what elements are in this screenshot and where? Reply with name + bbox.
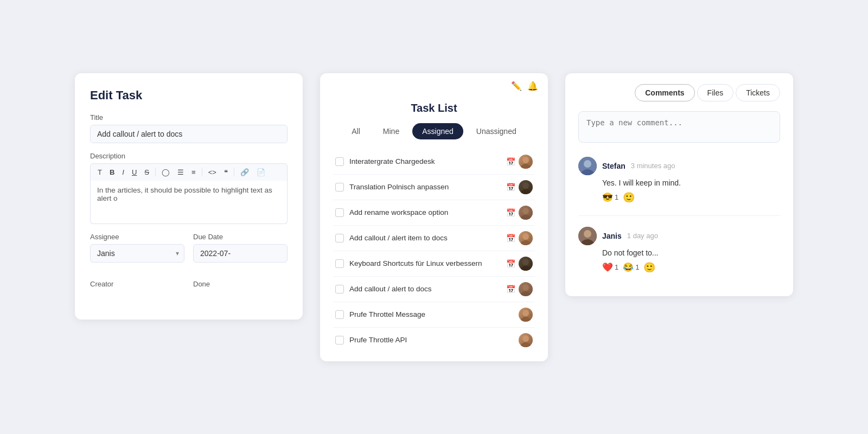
description-editor[interactable]: In the articles, it should be possible t… [90, 181, 288, 224]
task-meta [519, 333, 533, 347]
edit-icon[interactable]: ✏️ [511, 81, 522, 91]
task-checkbox[interactable] [335, 259, 344, 268]
task-name: Interatergrate Chargedesk [349, 157, 501, 165]
task-avatar [519, 282, 533, 296]
task-meta: 📅 [506, 155, 533, 169]
filter-tab-mine[interactable]: Mine [373, 123, 409, 139]
calendar-icon: 📅 [506, 157, 515, 166]
reaction-laugh[interactable]: 😂 1 [623, 262, 639, 272]
toolbar-italic[interactable]: I [119, 167, 127, 177]
reaction-heart[interactable]: ❤️ 1 [602, 262, 618, 272]
task-meta: 📅 [506, 231, 533, 245]
toolbar-divider-3 [234, 168, 234, 176]
svg-point-17 [584, 160, 591, 168]
laugh-count: 1 [635, 263, 639, 271]
svg-point-6 [522, 233, 529, 240]
tab-comments[interactable]: Comments [635, 84, 694, 101]
task-checkbox[interactable] [335, 310, 344, 319]
toolbar-quote[interactable]: ❝ [221, 167, 231, 177]
toolbar-divider-2 [202, 168, 202, 176]
task-checkbox[interactable] [335, 336, 344, 344]
comment-entry-stefan: Stefan 3 minutes ago Yes. I will keep in… [578, 157, 780, 203]
task-list-header-icons: ✏️ 🔔 [320, 73, 548, 91]
assignee-duedate-row: Assignee Janis Stefan ▾ Due Date [90, 233, 288, 271]
toolbar-circle[interactable]: ◯ [159, 167, 173, 177]
edit-task-title: Edit Task [90, 88, 288, 103]
svg-point-11 [521, 291, 531, 296]
svg-point-10 [522, 284, 529, 291]
description-label: Description [90, 152, 288, 160]
filter-tab-all[interactable]: All [342, 123, 370, 139]
task-item: Interatergrate Chargedesk 📅 [333, 149, 535, 175]
comment-author-row: Janis 1 day ago [578, 227, 780, 245]
stefan-name: Stefan [602, 162, 626, 170]
task-name: Add callout / alert item to docs [349, 234, 501, 242]
toolbar-text[interactable]: T [95, 167, 105, 177]
task-item: Prufe Throttle API [333, 328, 535, 353]
description-group: Description T B I U S ◯ ☰ ≡ <> ❝ 🔗 📄 In … [90, 152, 288, 224]
task-avatar [519, 257, 533, 271]
assignee-select[interactable]: Janis Stefan [90, 244, 184, 263]
toolbar-link[interactable]: 🔗 [238, 167, 252, 177]
svg-point-3 [521, 189, 531, 194]
task-item: Translation Polnisch anpassen 📅 [333, 175, 535, 200]
stefan-avatar [578, 157, 597, 175]
title-group: Title [90, 113, 288, 143]
janis-comment-text: Do not foget to... [602, 248, 780, 257]
due-date-input[interactable] [193, 244, 288, 263]
svg-point-7 [521, 240, 531, 245]
toolbar-bold[interactable]: B [107, 167, 117, 177]
toolbar-attachment[interactable]: 📄 [254, 167, 268, 177]
task-name: Add callout / alert to docs [349, 285, 501, 293]
svg-point-13 [521, 317, 531, 322]
stefan-time: 3 minutes ago [631, 162, 675, 170]
creator-done-row: Creator Done [90, 280, 288, 300]
comment-input[interactable] [578, 111, 780, 143]
tab-files[interactable]: Files [697, 84, 734, 101]
task-item: Add callout / alert to docs 📅 [333, 277, 535, 302]
task-checkbox[interactable] [335, 208, 344, 217]
reaction-add-janis[interactable]: 🙂 [643, 261, 655, 273]
calendar-icon: 📅 [506, 285, 515, 293]
task-checkbox[interactable] [335, 285, 344, 293]
comment-entry-janis: Janis 1 day ago Do not foget to... ❤️ 1 … [578, 227, 780, 273]
svg-point-1 [521, 164, 531, 169]
task-list-card: ✏️ 🔔 Task List All Mine Assigned Unassig… [320, 73, 548, 361]
toolbar-code[interactable]: <> [206, 167, 219, 177]
toolbar-divider-1 [155, 168, 156, 176]
creator-group: Creator [90, 280, 184, 291]
task-name: Translation Polnisch anpassen [349, 183, 501, 191]
janis-reactions: ❤️ 1 😂 1 🙂 [602, 261, 780, 273]
heart-count: 1 [615, 263, 618, 271]
svg-point-2 [522, 182, 529, 189]
assignee-label: Assignee [90, 233, 184, 241]
svg-point-8 [522, 259, 529, 265]
stefan-reactions: 😎 1 🙂 [602, 192, 780, 203]
title-input[interactable] [90, 125, 288, 143]
comment-author-row: Stefan 3 minutes ago [578, 157, 780, 175]
reaction-cool[interactable]: 😎 1 [602, 192, 618, 202]
janis-avatar [578, 227, 597, 245]
task-list-inner: Task List All Mine Assigned Unassigned I… [320, 91, 548, 361]
filter-tab-assigned[interactable]: Assigned [412, 123, 463, 139]
task-checkbox[interactable] [335, 157, 344, 166]
title-label: Title [90, 113, 288, 122]
task-checkbox[interactable] [335, 234, 344, 242]
task-item: Prufe Throttel Message [333, 302, 535, 328]
toolbar-bullet-list[interactable]: ☰ [175, 167, 187, 177]
task-checkbox[interactable] [335, 183, 344, 192]
bell-icon[interactable]: 🔔 [527, 81, 538, 91]
filter-tab-unassigned[interactable]: Unassigned [467, 123, 526, 139]
svg-point-4 [522, 208, 529, 214]
task-avatar [519, 180, 533, 194]
toolbar-underline[interactable]: U [129, 167, 139, 177]
task-name: Keyboard Shortcuts für Linux verbessern [349, 259, 501, 267]
edit-task-card: Edit Task Title Description T B I U S ◯ … [75, 73, 303, 320]
tab-tickets[interactable]: Tickets [736, 84, 780, 101]
task-avatar [519, 206, 533, 220]
svg-point-0 [522, 157, 529, 163]
toolbar-ordered-list[interactable]: ≡ [189, 167, 199, 177]
toolbar-strike[interactable]: S [142, 167, 152, 177]
reaction-add-stefan[interactable]: 🙂 [623, 192, 635, 203]
task-name: Prufe Throttel Message [349, 310, 513, 318]
